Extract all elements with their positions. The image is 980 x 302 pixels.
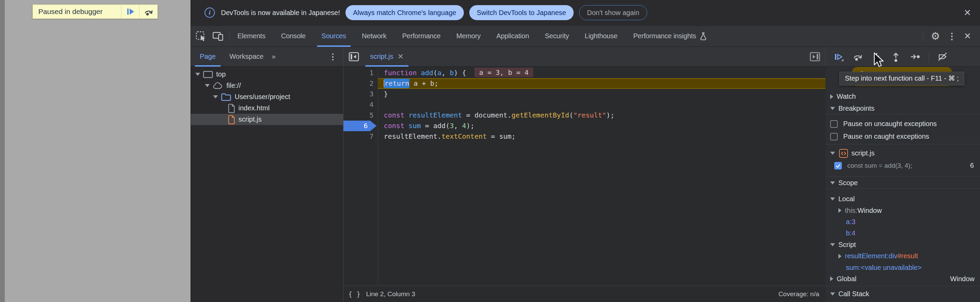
hide-navigator-button[interactable] [348,51,360,62]
breakpoint-marker[interactable]: 6 [344,120,377,131]
chevron-right-icon[interactable] [838,208,842,213]
editor-status-bar: { } Line 2, Column 3 Coverage: n/a [344,286,826,302]
checkbox-checked-icon[interactable] [834,162,842,169]
breakpoint-entry-row[interactable]: const sum = add(3, 4); 6 [826,160,980,171]
tree-item-index-html[interactable]: index.html [191,103,343,114]
scope-var-sum[interactable]: sum: <value unavailable> [826,262,980,273]
devtools-close-icon[interactable]: ✕ [964,32,971,40]
inspect-element-button[interactable] [195,30,207,42]
chevron-right-icon[interactable] [838,254,842,259]
scope-group-label: Global [837,275,856,283]
scope-var-resultelement[interactable]: resultElement: div#result [826,250,980,262]
scope-label: Scope [838,179,858,187]
navigator-more-icon[interactable]: ⋮ [329,52,337,62]
tree-item-top[interactable]: top [191,69,343,80]
tree-item-label: file:// [226,82,241,90]
line-number[interactable]: 3 [344,89,377,100]
pretty-print-button[interactable]: { } [348,290,361,298]
tab-label: Network [362,32,387,40]
tab-lighthouse[interactable]: Lighthouse [577,25,625,47]
hide-debugger-sidebar-icon [809,51,821,62]
tree-item-script-js[interactable]: script.js [191,114,343,125]
editor-tab-script-js[interactable]: script.js ✕ [364,47,409,66]
code-token: 4 [462,122,466,130]
step-out-icon [890,51,901,62]
tab-page[interactable]: Page [193,47,223,66]
code-token: const [384,111,404,119]
tab-memory[interactable]: Memory [449,25,488,47]
editor-tab-strip: script.js ✕ [344,47,826,66]
more-tabs-icon[interactable]: » [272,52,274,60]
tab-elements[interactable]: Elements [229,25,273,47]
resume-script-button[interactable] [121,5,139,19]
code-token: ( [433,69,438,77]
scope-group-script[interactable]: Script [826,239,980,250]
tab-sources[interactable]: Sources [313,25,354,47]
tab-workspace[interactable]: Workspace [223,47,270,66]
step-icon [910,51,921,62]
chevron-down-icon[interactable] [830,198,835,201]
tree-item-users-user-project[interactable]: Users/user/project [191,91,343,103]
match-chrome-language-button[interactable]: Always match Chrome's language [345,5,464,20]
tab-application[interactable]: Application [488,25,537,47]
tab-security[interactable]: Security [537,25,577,47]
chevron-down-icon[interactable] [830,243,835,246]
scope-var-this[interactable]: this: Window [826,205,980,216]
tab-network[interactable]: Network [354,25,395,47]
language-infobar: i DevTools is now available in Japanese!… [191,0,980,25]
line-number[interactable]: 4 [344,100,377,110]
devtools-window: i DevTools is now available in Japanese!… [191,0,980,302]
dont-show-again-button[interactable]: Don't show again [579,5,647,20]
page-edge-strip [0,0,5,302]
tab-console[interactable]: Console [273,25,313,47]
settings-gear-icon[interactable]: ⚙ [931,31,940,41]
chevron-right-icon[interactable] [830,277,833,281]
scope-group-value: Window [950,275,975,283]
infobar-close-icon[interactable]: ✕ [964,0,971,25]
breakpoints-section-header[interactable]: Breakpoints [826,103,980,114]
frame-icon [203,70,213,79]
scope-var-name: a: [846,218,852,226]
scope-var-b[interactable]: b: 4 [826,228,980,239]
pause-caught-exceptions-row[interactable]: Pause on caught exceptions [826,131,980,142]
line-number[interactable]: 5 [344,110,377,120]
deactivate-breakpoints-button[interactable] [937,51,948,62]
line-number[interactable]: 2 [344,78,377,89]
device-toolbar-button[interactable] [212,31,224,42]
pause-uncaught-exceptions-row[interactable]: Pause on uncaught exceptions [826,118,980,130]
tab-label: Security [545,32,569,40]
switch-devtools-japanese-button[interactable]: Switch DevTools to Japanese [469,5,574,20]
tree-item-label: index.html [239,104,270,112]
step-over-button[interactable] [852,51,863,62]
tree-item-file[interactable]: file:// [191,80,343,91]
watch-section-header[interactable]: Watch [826,91,980,102]
tab-performance[interactable]: Performance [395,25,449,47]
scope-var-value: Window [858,207,882,215]
step-over-banner-button[interactable] [139,5,158,19]
editor-tab-close-icon[interactable]: ✕ [398,52,404,61]
code-line: const sum = add(3, 4); [378,120,826,131]
checkbox-unchecked-icon[interactable] [830,120,838,128]
call-stack-section-header[interactable]: Call Stack [826,288,980,300]
hide-debugger-sidebar-button[interactable] [809,51,821,62]
checkbox-unchecked-icon[interactable] [830,133,838,141]
cursor-position-label: Line 2, Column 3 [366,290,415,298]
chevron-down-icon[interactable] [213,95,218,98]
scope-group-global[interactable]: GlobalWindow [826,273,980,285]
code-token: , [442,69,450,77]
more-options-icon[interactable]: ⋮ [948,32,956,41]
step-out-button[interactable] [890,51,901,62]
breakpoint-group-script-js[interactable]: script.js [826,148,980,159]
chevron-down-icon[interactable] [195,73,200,76]
step-button[interactable] [910,51,921,62]
tab-performance-insights[interactable]: Performance insights [625,25,715,47]
scope-section-header[interactable]: Scope [826,177,980,189]
line-number[interactable]: 1 [344,68,377,78]
scope-var-value: #result [897,252,918,260]
line-number[interactable]: 7 [344,131,377,142]
chevron-down-icon[interactable] [205,84,210,87]
code-line: } [378,89,826,100]
resume-button[interactable] [833,51,844,62]
scope-group-local[interactable]: Local [826,193,980,205]
scope-var-a[interactable]: a: 3 [826,216,980,228]
